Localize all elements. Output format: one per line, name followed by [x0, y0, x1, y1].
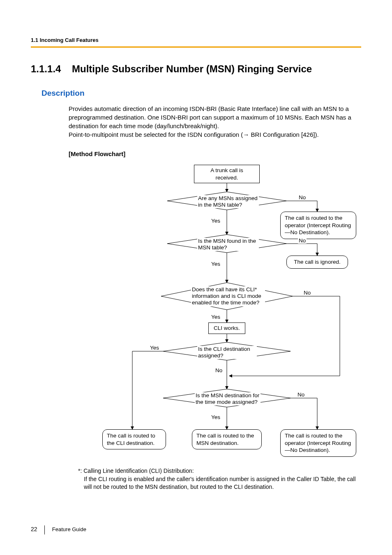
flow-end-cli: The call is routed to the CLI destinatio… — [102, 429, 166, 449]
flow-end-op: The call is routed to the operator (Inte… — [280, 429, 356, 457]
flowchart: A trunk call is received. Are any MSNs a… — [69, 163, 369, 467]
flow-start: A trunk call is received. — [194, 165, 260, 183]
flow-cli-works: CLI works. — [208, 322, 245, 334]
label-no: No — [303, 290, 311, 296]
description-p2-post: BRI Configuration [426]). — [249, 131, 318, 138]
flowchart-heading: [Method Flowchart] — [69, 150, 361, 157]
label-yes: Yes — [210, 314, 221, 320]
flow-r1: The call is routed to the operator (Inte… — [280, 212, 356, 239]
footnote-line1: *: Calling Line Identification (CLI) Dis… — [78, 467, 361, 475]
description-p2-pre: Point-to-multipoint must be selected for… — [69, 131, 243, 138]
label-no: No — [298, 237, 307, 244]
doc-title: Feature Guide — [52, 526, 86, 532]
label-yes: Yes — [149, 345, 160, 351]
page-number: 22 — [31, 526, 37, 532]
flow-q1: Are any MSNs assigned in the MSN table? — [197, 195, 259, 208]
title-number: 1.1.1.4 — [31, 63, 72, 75]
label-yes: Yes — [210, 414, 221, 420]
footnote: *: Calling Line Identification (CLI) Dis… — [78, 467, 361, 491]
label-no: No — [297, 391, 305, 398]
flow-q5: Is the MSN destination for the time mode… — [195, 392, 261, 405]
page-footer: 22 Feature Guide — [31, 525, 86, 534]
flow-r2: The call is ignored. — [286, 256, 348, 269]
page-title: 1.1.1.4Multiple Subscriber Number (MSN) … — [31, 63, 361, 75]
flow-q4: Is the CLI destination assigned? — [197, 346, 257, 359]
flow-end-msn: The call is routed to the MSN destinatio… — [192, 429, 262, 449]
label-yes: Yes — [210, 218, 221, 224]
label-yes: Yes — [210, 261, 221, 267]
label-no: No — [214, 367, 223, 373]
description-p1: Provides automatic direction of an incom… — [69, 105, 351, 129]
label-no: No — [298, 194, 307, 200]
footer-divider-icon — [44, 525, 45, 534]
flow-q3: Does the call have its CLI* information … — [191, 286, 265, 306]
description-body: Provides automatic direction of an incom… — [69, 104, 361, 139]
arrow-right-icon: → — [243, 131, 249, 138]
flow-q2: Is the MSN found in the MSN table? — [197, 238, 259, 251]
description-heading: Description — [42, 89, 361, 98]
footnote-line2: If the CLI routing is enabled and the ca… — [84, 475, 361, 491]
section-header: 1.1 Incoming Call Features — [31, 37, 361, 48]
title-text: Multiple Subscriber Number (MSN) Ringing… — [72, 63, 312, 74]
